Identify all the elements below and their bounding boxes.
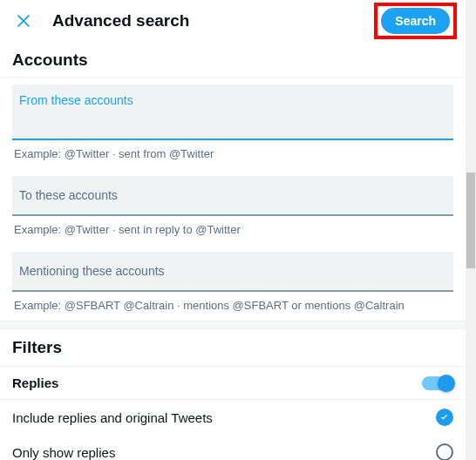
from-accounts-example: Example: @Twitter · sent from @Twitter [12,140,453,169]
from-accounts-label: From these accounts [19,93,446,107]
replies-toggle[interactable] [422,376,453,390]
section-gap [0,321,466,329]
scrollbar-track[interactable] [466,0,476,460]
modal-title: Advanced search [52,11,374,30]
to-accounts-example: Example: @Twitter · sent in reply to @Tw… [12,216,453,245]
search-button-highlight: Search [374,3,457,39]
replies-toggle-row[interactable]: Replies [0,367,466,399]
mentioning-accounts-example: Example: @SFBART @Caltrain · mentions @S… [12,292,453,321]
scrollbar-thumb[interactable] [466,172,475,268]
from-accounts-group: From these accounts Example: @Twitter · … [0,85,466,169]
only-replies-label: Only show replies [12,445,115,460]
accounts-section-title: Accounts [0,42,466,77]
to-accounts-input-wrap[interactable]: To these accounts [12,176,453,216]
search-button[interactable]: Search [381,8,450,34]
to-accounts-group: To these accounts Example: @Twitter · se… [0,176,466,245]
filters-section-title: Filters [0,329,466,366]
only-replies-row[interactable]: Only show replies [0,435,466,460]
include-replies-radio[interactable] [436,409,453,426]
modal-header: Advanced search Search [0,0,466,42]
divider [0,77,466,78]
replies-label: Replies [12,375,58,390]
close-icon[interactable] [9,6,38,36]
to-accounts-label: To these accounts [19,188,446,202]
from-accounts-input-wrap[interactable]: From these accounts [12,85,453,140]
mentioning-accounts-label: Mentioning these accounts [19,264,446,278]
from-accounts-input[interactable] [19,112,446,126]
include-replies-label: Include replies and original Tweets [12,410,213,425]
advanced-search-modal: Advanced search Search Accounts From the… [0,0,466,460]
mentioning-accounts-group: Mentioning these accounts Example: @SFBA… [0,252,466,321]
mentioning-accounts-input-wrap[interactable]: Mentioning these accounts [12,252,453,292]
include-replies-row[interactable]: Include replies and original Tweets [0,400,466,435]
only-replies-radio[interactable] [436,443,453,460]
